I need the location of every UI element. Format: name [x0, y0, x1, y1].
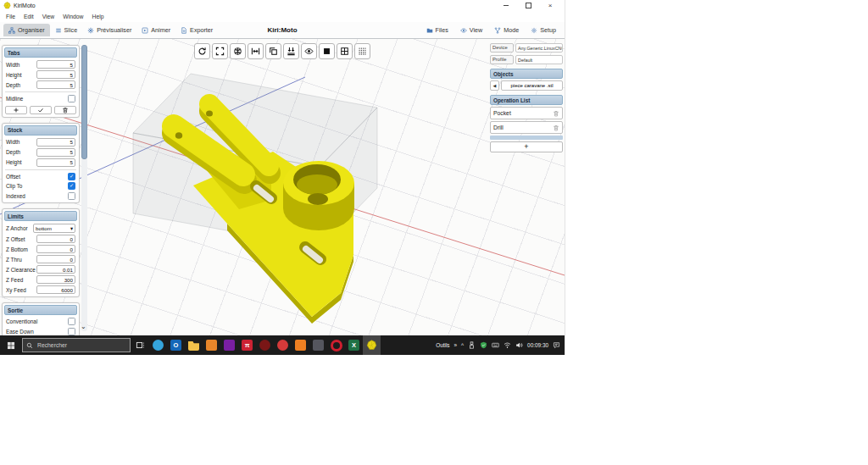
- taskbar-app-outlook[interactable]: O: [167, 335, 185, 355]
- taskbar-app-help-app[interactable]: [274, 335, 292, 355]
- grid-view-button[interactable]: [337, 43, 353, 59]
- fullscreen-button[interactable]: [212, 43, 228, 59]
- toolbar-button-setup[interactable]: Setup: [526, 24, 561, 36]
- tab-label: Organiser: [18, 26, 45, 34]
- trash-button[interactable]: [54, 106, 76, 114]
- usb-icon[interactable]: [468, 341, 476, 349]
- toolbar-button-files[interactable]: Files: [421, 24, 453, 36]
- taskbar-app-orange-app[interactable]: [292, 335, 309, 355]
- delete-operation-icon[interactable]: [553, 125, 559, 131]
- field-input[interactable]: [36, 255, 75, 263]
- solid-view-button[interactable]: [319, 43, 335, 59]
- toolbar-button-mode[interactable]: Mode: [489, 24, 524, 36]
- taskbar-app-onenote[interactable]: [220, 335, 238, 355]
- taskbar-app-file-explorer[interactable]: [185, 335, 203, 355]
- duplicate-icon: [269, 47, 278, 56]
- keyboard-icon[interactable]: [492, 341, 499, 349]
- checkbox-unchecked[interactable]: [68, 95, 75, 102]
- checkbox-unchecked[interactable]: [68, 192, 75, 200]
- wireframe-view-button[interactable]: [354, 43, 370, 59]
- toggle-visibility-button[interactable]: [301, 43, 317, 59]
- taskbar-app-edge[interactable]: [149, 335, 167, 355]
- field-input[interactable]: [36, 245, 75, 253]
- field-input[interactable]: [36, 158, 75, 167]
- field-input[interactable]: [36, 138, 75, 147]
- tab-exporter[interactable]: Exporter: [175, 24, 218, 36]
- field-input[interactable]: [36, 235, 75, 243]
- maximize-button[interactable]: [524, 2, 532, 10]
- task-view-button[interactable]: [131, 335, 149, 355]
- field-input[interactable]: [36, 148, 75, 157]
- start-button[interactable]: [0, 335, 22, 355]
- search-input[interactable]: [36, 341, 126, 349]
- photos-icon: [206, 340, 217, 351]
- show-hidden-icons[interactable]: ^: [461, 342, 464, 348]
- menu-item-file[interactable]: File: [2, 14, 19, 19]
- field-label: Z Thru: [6, 257, 22, 263]
- tab-prévisualiser[interactable]: Prévisualiser: [82, 24, 136, 36]
- close-button[interactable]: ×: [546, 2, 554, 10]
- action-center-icon[interactable]: [553, 341, 560, 349]
- search-icon: [26, 342, 33, 349]
- checkbox-unchecked[interactable]: [68, 318, 75, 325]
- clock[interactable]: 00:09:30: [527, 342, 548, 348]
- tab-animer[interactable]: Animer: [136, 24, 175, 36]
- add-operation-button[interactable]: +: [490, 141, 563, 152]
- check-button[interactable]: [30, 106, 52, 114]
- taskbar-app-photos[interactable]: [203, 335, 220, 355]
- checkbox-unchecked[interactable]: [68, 328, 75, 335]
- taskbar-app-red-app[interactable]: [256, 335, 274, 355]
- plus-button[interactable]: [5, 106, 27, 114]
- taskbar-app-excel[interactable]: X: [345, 335, 363, 355]
- shield-icon[interactable]: [480, 341, 487, 349]
- minimize-button[interactable]: [502, 2, 510, 10]
- wifi-icon[interactable]: [504, 341, 511, 349]
- delete-operation-icon[interactable]: [553, 110, 559, 117]
- plus-icon: [13, 107, 19, 113]
- menu-item-help[interactable]: Help: [87, 14, 108, 19]
- drop-to-platform-button[interactable]: [283, 43, 299, 59]
- field-input[interactable]: [36, 70, 75, 79]
- arcball-button[interactable]: [230, 43, 246, 59]
- field-input[interactable]: [36, 275, 75, 284]
- tools-label[interactable]: Outils: [436, 342, 449, 348]
- left-panel-scrollbar[interactable]: [81, 45, 87, 331]
- duplicate-button[interactable]: [265, 43, 281, 59]
- device-value[interactable]: Any.Generic.LinuxCNC: [515, 43, 563, 53]
- field-label: Z Bottom: [6, 246, 28, 252]
- taskbar-app-ti-calculator[interactable]: π: [238, 335, 256, 355]
- speaker-icon[interactable]: [515, 341, 523, 349]
- overflow-chevrons[interactable]: »: [454, 342, 458, 348]
- field-input[interactable]: [36, 80, 75, 89]
- checkbox-checked[interactable]: ✓: [68, 182, 75, 190]
- fit-to-width-button[interactable]: [248, 43, 264, 59]
- taskbar-app-gray-window-app[interactable]: [309, 335, 327, 355]
- object-name[interactable]: piece caravane .stl: [501, 80, 563, 91]
- toolbar-button-view[interactable]: View: [455, 24, 487, 36]
- folder-icon: [426, 27, 433, 34]
- tab-slice[interactable]: Slice: [50, 24, 83, 36]
- taskbar-search[interactable]: [22, 338, 131, 352]
- scroll-down-icon[interactable]: ⌄: [81, 324, 86, 330]
- arm-hole: [175, 132, 182, 139]
- field-input[interactable]: [36, 60, 75, 69]
- tab-label: Animer: [151, 26, 170, 34]
- model[interactable]: [174, 104, 354, 324]
- menu-item-window[interactable]: Window: [58, 14, 87, 19]
- field-input[interactable]: [36, 265, 75, 274]
- tab-organiser[interactable]: Organiser: [3, 24, 50, 36]
- field-input[interactable]: [36, 285, 75, 294]
- taskbar-app-opera[interactable]: [327, 335, 345, 355]
- scrollbar-thumb[interactable]: [81, 45, 87, 159]
- field-row-z-anchor: Z Anchorbottom▾: [4, 223, 77, 234]
- field-select[interactable]: bottom▾: [33, 224, 75, 233]
- menu-item-view[interactable]: View: [38, 14, 59, 19]
- profile-value[interactable]: Default: [515, 55, 563, 64]
- menu-item-edit[interactable]: Edit: [19, 14, 38, 19]
- reset-rotation-button[interactable]: [194, 43, 210, 59]
- taskbar-app-kirimoto[interactable]: [363, 335, 381, 355]
- operation-row[interactable]: Pocket: [490, 107, 563, 119]
- operation-row[interactable]: Drill: [490, 121, 563, 134]
- prev-object-button[interactable]: ◀: [490, 80, 499, 91]
- checkbox-checked[interactable]: ✓: [68, 173, 75, 180]
